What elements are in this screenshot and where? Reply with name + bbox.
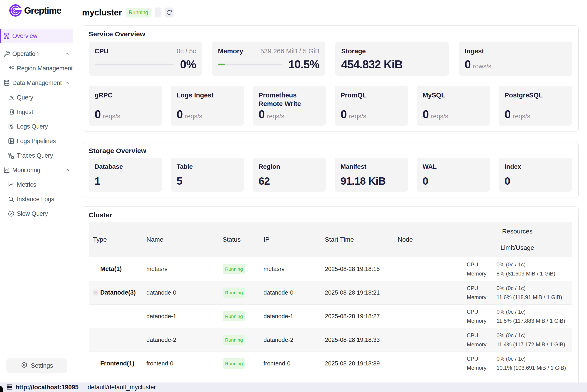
- storage-tile-label: WAL: [423, 163, 484, 170]
- storage-tile-label: Database: [95, 163, 156, 170]
- row-resource-values: 0% (0c / 1c)10.1% (103.691 MiB / 1 GiB): [496, 356, 572, 371]
- rate-tile-logs-ingest: Logs Ingest0reqs/s: [171, 86, 244, 126]
- sidebar-item-ingest[interactable]: Ingest: [0, 105, 73, 119]
- stat-tile-ingest: Ingest0rows/s: [459, 42, 572, 76]
- stat-limit: 539.266 MiB / 5 GiB: [260, 47, 320, 56]
- storage-tile-label: Manifest: [341, 163, 402, 170]
- col-name: Name: [143, 236, 219, 243]
- rate-tile-promql: PromQL0reqs/s: [335, 86, 408, 126]
- region-management-icon: [8, 65, 15, 72]
- sidebar-item-query[interactable]: Query: [0, 90, 73, 105]
- col-node: Node: [394, 236, 463, 243]
- row-resource-labels: CPUMemory: [463, 262, 496, 277]
- row-ip: datanode-2: [260, 336, 322, 344]
- server-icon: [6, 384, 13, 391]
- rate-value: 0: [258, 109, 265, 120]
- stat-percent: 10.5%: [288, 59, 320, 70]
- cluster-row-frontend-0: Frontend(1)frontend-0Runningfrontend-020…: [89, 352, 572, 375]
- sidebar-item-traces-query[interactable]: Traces Query: [0, 148, 73, 163]
- status-database: default/default_mycluster: [88, 384, 156, 391]
- rate-unit: reqs/s: [431, 113, 448, 120]
- app: Greptime OverviewOperationRegion Managem…: [0, 0, 587, 392]
- row-start-time: 2025-08-28 19:18:33: [322, 336, 394, 344]
- sidebar-item-instance-logs[interactable]: Instance Logs: [0, 192, 73, 206]
- col-type: Type: [89, 236, 143, 243]
- sidebar-item-label: Region Management: [17, 65, 73, 72]
- settings-icon: [21, 362, 28, 370]
- blank-button[interactable]: [155, 8, 161, 18]
- row-status-badge: Running: [223, 358, 245, 368]
- stat-tile-storage: Storage454.832 KiB: [335, 42, 449, 76]
- sidebar-item-operation[interactable]: Operation: [0, 46, 73, 61]
- row-ip: datanode-1: [260, 313, 322, 320]
- chevron-up-icon[interactable]: [65, 81, 70, 85]
- brand-name: Greptime: [24, 6, 61, 16]
- sidebar-item-label: Instance Logs: [17, 196, 54, 203]
- service-stats-row: CPU0c / 5c0%Memory539.266 MiB / 5 GiB10.…: [89, 42, 572, 76]
- rate-value: 0: [504, 109, 511, 120]
- stat-value: 454.832 KiB: [341, 59, 403, 70]
- progress-bar: [218, 64, 282, 66]
- database-icon: [3, 80, 10, 86]
- service-rates-row: gRPC0reqs/sLogs Ingest0reqs/sPrometheus …: [89, 86, 572, 126]
- row-start-time: 2025-08-28 19:18:27: [322, 313, 394, 320]
- greptime-logo-icon: [9, 4, 22, 17]
- row-resource-labels: CPUMemory: [463, 285, 496, 300]
- settings-button[interactable]: Settings: [6, 358, 67, 373]
- cluster-row-datanode-0: Datanode(3)datanode-0Runningdatanode-020…: [89, 281, 572, 304]
- sidebar-item-region-management[interactable]: Region Management: [0, 61, 73, 76]
- row-resource-values: 0% (0c / 1c)11.4% (117.172 MiB / 1 GiB): [496, 332, 572, 348]
- sidebar-item-monitoring[interactable]: Monitoring: [0, 163, 73, 178]
- sidebar-item-overview[interactable]: Overview: [0, 28, 73, 43]
- storage-tile-value: 0: [423, 176, 484, 186]
- page-header: mycluster Running: [82, 7, 578, 18]
- storage-tile-label: Index: [504, 163, 566, 170]
- rate-value: 0: [95, 109, 101, 120]
- cluster-card: Cluster Type Name Status IP Start Time N…: [82, 206, 578, 386]
- rate-label: PromQL: [341, 91, 367, 100]
- sidebar-item-label: Metrics: [17, 181, 36, 188]
- cluster-status-badge: Running: [126, 8, 151, 18]
- metrics-icon: [8, 181, 15, 188]
- service-overview-title: Service Overview: [89, 30, 572, 38]
- row-resource-values: 0% (0c / 1c)8% (81.609 MiB / 1 GiB): [496, 262, 572, 277]
- logs-pipelines-icon: [8, 138, 15, 144]
- row-resource-values: 0% (0c / 1c)11.5% (117.883 MiB / 1 GiB): [496, 309, 572, 324]
- sidebar-item-label: Logs Pipelines: [17, 138, 56, 145]
- storage-tiles-row: Database1Table5Region62Manifest91.18 KiB…: [89, 158, 572, 192]
- stat-label: Ingest: [465, 47, 484, 56]
- row-name: metasrv: [143, 266, 219, 272]
- query-icon: [8, 94, 15, 101]
- sidebar-item-data-management[interactable]: Data Management: [0, 76, 73, 90]
- sidebar-item-logs-query[interactable]: Logs Query: [0, 119, 73, 134]
- status-bar: http://localhost:19095 default/default_m…: [0, 383, 587, 392]
- rate-tile-mysql: MySQL0reqs/s: [417, 86, 490, 126]
- storage-tile-value: 0: [504, 176, 566, 186]
- sidebar-item-logs-pipelines[interactable]: Logs Pipelines: [0, 134, 73, 148]
- storage-tile-database: Database1: [89, 158, 162, 192]
- row-status-badge: Running: [223, 264, 245, 274]
- rate-label: Prometheus Remote Write: [258, 91, 320, 108]
- rate-label: MySQL: [423, 91, 445, 100]
- storage-overview-title: Storage Overview: [89, 147, 572, 155]
- row-resource-labels: CPUMemory: [463, 356, 496, 371]
- storage-tile-table: Table5: [171, 158, 244, 192]
- refresh-button[interactable]: [165, 8, 174, 18]
- sidebar-item-metrics[interactable]: Metrics: [0, 178, 73, 192]
- overview-icon: [3, 32, 10, 39]
- rate-value: 0: [423, 109, 429, 120]
- stat-tile-memory: Memory539.266 MiB / 5 GiB10.5%: [212, 42, 326, 76]
- collapse-button[interactable]: [93, 290, 98, 296]
- sidebar: Greptime OverviewOperationRegion Managem…: [0, 0, 73, 392]
- brand: Greptime: [0, 0, 73, 17]
- storage-overview-card: Storage Overview Database1Table5Region62…: [82, 142, 578, 198]
- storage-tile-label: Table: [177, 163, 238, 170]
- chevron-up-icon[interactable]: [65, 52, 70, 56]
- rate-label: Logs Ingest: [177, 91, 214, 100]
- stat-value: 0: [465, 59, 471, 70]
- storage-tile-wal: WAL0: [417, 158, 490, 192]
- row-start-time: 2025-08-28 19:18:39: [322, 360, 394, 367]
- sidebar-item-slow-query[interactable]: Slow Query: [0, 206, 73, 221]
- sidebar-item-label: Slow Query: [17, 210, 48, 217]
- chevron-up-icon[interactable]: [65, 168, 70, 172]
